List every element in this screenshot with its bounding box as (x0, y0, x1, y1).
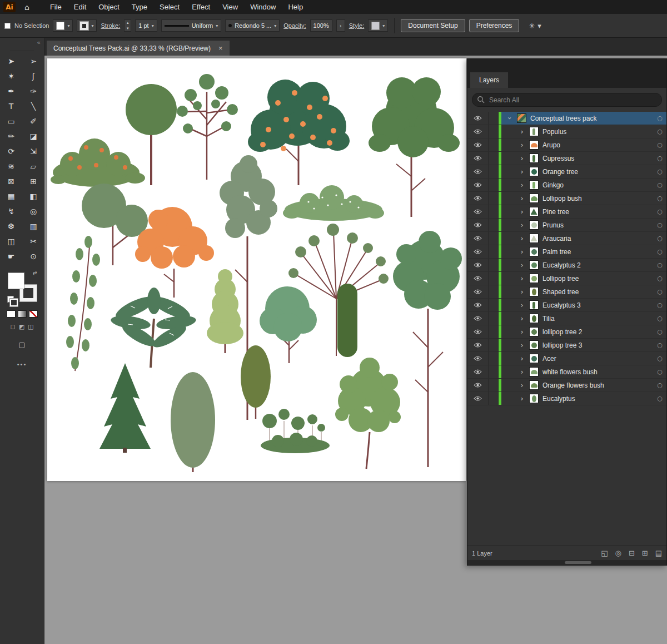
layer-name[interactable]: Acer (542, 355, 655, 363)
layer-name[interactable]: Palm tree (542, 248, 655, 256)
width-tool[interactable]: ≋ (0, 158, 22, 174)
blend-tool[interactable]: ◎ (22, 204, 44, 219)
layer-row[interactable]: › Acer ○ (467, 352, 666, 365)
visibility-toggle[interactable] (467, 192, 489, 205)
layer-target-circle[interactable]: ○ (657, 235, 663, 242)
lock-toggle[interactable] (489, 379, 499, 392)
visibility-toggle[interactable] (467, 205, 489, 218)
layer-target-circle[interactable]: ○ (657, 341, 663, 349)
layer-thumbnail[interactable] (529, 274, 539, 283)
expand-chevron-icon[interactable]: › (518, 141, 526, 149)
scrollbar-thumb[interactable] (565, 561, 591, 564)
make-clipping-mask-icon[interactable]: ◱ (601, 549, 608, 557)
pencil-tool[interactable]: ✏ (0, 128, 22, 143)
menu-item[interactable]: Edit (68, 0, 92, 14)
visibility-toggle[interactable] (467, 179, 489, 191)
expand-chevron-icon[interactable]: › (518, 328, 526, 336)
layer-target-circle[interactable]: ○ (657, 261, 663, 269)
trees-artwork[interactable] (47, 58, 466, 481)
lock-toggle[interactable] (489, 165, 499, 178)
layer-name[interactable]: white flowers bush (542, 368, 655, 376)
expand-chevron-icon[interactable]: › (518, 167, 526, 176)
lock-toggle[interactable] (489, 365, 499, 378)
layer-name[interactable]: Orange flowers bush (542, 382, 655, 389)
expand-chevron-icon[interactable]: › (518, 341, 526, 349)
layer-row[interactable]: › Arupo ○ (467, 138, 666, 152)
layer-target-circle[interactable]: ○ (657, 288, 663, 295)
visibility-toggle[interactable] (467, 219, 489, 231)
visibility-toggle[interactable] (467, 352, 489, 365)
layer-row[interactable]: › Cupressus ○ (467, 152, 666, 165)
menu-item[interactable]: Effect (186, 0, 216, 14)
lock-toggle[interactable] (489, 112, 499, 125)
edit-toolbar-button[interactable]: ••• (0, 361, 44, 368)
expand-chevron-icon[interactable]: › (518, 354, 526, 363)
layer-name[interactable]: Lollipop tree (542, 275, 655, 283)
layer-thumbnail[interactable] (517, 113, 526, 123)
layer-name[interactable]: Populus (542, 128, 655, 136)
layer-row[interactable]: › Prunus ○ (467, 219, 666, 232)
collapse-panel-icon[interactable]: « (37, 39, 41, 46)
lock-toggle[interactable] (489, 312, 499, 325)
collapse-chevron-icon[interactable]: › (506, 115, 514, 122)
layer-thumbnail[interactable] (529, 180, 539, 190)
layer-row[interactable]: › Lollipop bush ○ (467, 192, 666, 205)
opacity-options-button[interactable]: › (336, 19, 345, 32)
tab-layers[interactable]: Layers (470, 72, 508, 88)
layer-name[interactable]: Ginkgo (542, 181, 655, 189)
home-icon[interactable]: ⌂ (18, 3, 36, 12)
layer-target-circle[interactable]: ○ (657, 208, 663, 215)
layer-target-circle[interactable]: ○ (657, 382, 663, 389)
brush-definition-select[interactable]: Redondo 5 ... ▾ (225, 19, 280, 32)
layer-target-circle[interactable]: ○ (657, 315, 663, 322)
perspective-grid-tool[interactable]: ⊠ (0, 174, 22, 189)
layer-thumbnail[interactable] (529, 314, 539, 323)
rectangle-tool[interactable]: ▭ (0, 113, 22, 128)
opacity-select[interactable]: 100% (310, 19, 332, 32)
menu-item[interactable]: Help (282, 0, 309, 14)
layer-target-circle[interactable]: ○ (657, 195, 663, 202)
expand-chevron-icon[interactable]: › (518, 381, 526, 389)
stroke-color-picker[interactable]: ▾ (77, 19, 97, 32)
layer-name[interactable]: Tilia (542, 315, 655, 323)
layer-name[interactable]: Pine tree (542, 208, 655, 216)
draw-normal-icon[interactable]: ◻ (11, 323, 16, 330)
layer-target-circle[interactable]: ○ (657, 248, 663, 255)
layer-row[interactable]: › Tilia ○ (467, 312, 666, 325)
lock-toggle[interactable] (489, 339, 499, 351)
layer-row[interactable]: › Populus ○ (467, 125, 666, 138)
layer-row[interactable]: › Orange flowers bush ○ (467, 379, 666, 392)
layer-target-circle[interactable]: ○ (657, 141, 663, 148)
visibility-toggle[interactable] (467, 125, 489, 138)
layer-name[interactable]: Eucalyptus 2 (542, 261, 655, 269)
visibility-toggle[interactable] (467, 285, 489, 298)
lock-toggle[interactable] (489, 192, 499, 205)
stroke-weight-select[interactable]: 1 pt ▾ (135, 19, 157, 32)
preferences-button[interactable]: Preferences (469, 19, 520, 32)
layer-row[interactable]: › Shaped tree ○ (467, 285, 666, 299)
lock-toggle[interactable] (489, 325, 499, 338)
layer-target-circle[interactable]: ○ (657, 395, 663, 402)
type-tool[interactable]: T (0, 98, 22, 113)
lock-toggle[interactable] (489, 205, 499, 218)
rotate-tool[interactable]: ⟳ (0, 143, 22, 158)
expand-chevron-icon[interactable]: › (518, 234, 526, 242)
layer-thumbnail[interactable] (529, 220, 539, 230)
expand-chevron-icon[interactable]: › (518, 207, 526, 216)
stroke-label[interactable]: Stroke: (101, 22, 120, 29)
curvature-tool[interactable]: ✑ (22, 83, 44, 98)
visibility-toggle[interactable] (467, 259, 489, 271)
visibility-toggle[interactable] (467, 245, 489, 258)
layer-target-circle[interactable]: ○ (657, 328, 663, 335)
expand-chevron-icon[interactable]: › (518, 154, 526, 162)
visibility-toggle[interactable] (467, 312, 489, 325)
lock-toggle[interactable] (489, 125, 499, 138)
lasso-tool[interactable]: ʃ (22, 68, 44, 83)
layer-thumbnail[interactable] (529, 380, 539, 390)
line-segment-tool[interactable]: ╲ (22, 98, 44, 113)
layer-name[interactable]: Arupo (542, 141, 655, 149)
expand-chevron-icon[interactable]: › (518, 301, 526, 309)
default-fill-stroke-icon[interactable] (7, 296, 14, 303)
layer-name[interactable]: lollipop tree 3 (542, 341, 655, 349)
pen-tool[interactable]: ✒ (0, 83, 22, 98)
